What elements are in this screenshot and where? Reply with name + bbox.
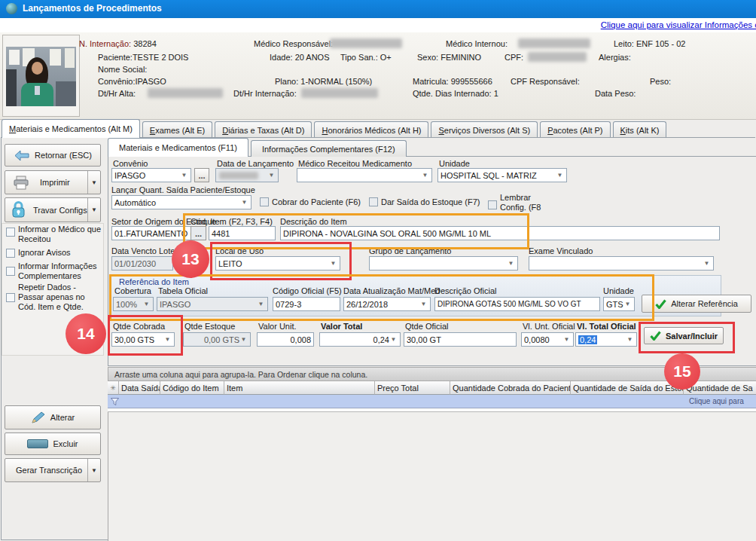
excluir-button[interactable]: Excluir <box>5 432 101 455</box>
app-icon <box>6 3 17 14</box>
local-uso-select[interactable]: LEITO▼ <box>215 256 340 270</box>
grupo-lancamento-select[interactable]: ▼ <box>369 256 518 270</box>
column-header-item[interactable]: Item <box>224 381 375 395</box>
unidade-oficial-label: Unidade <box>603 286 634 295</box>
printer-icon <box>13 176 29 190</box>
codigo-oficial-label: Código Oficial (F5) <box>273 286 342 295</box>
tab-informacoes-f12[interactable]: Informações Complementares (F12) <box>251 140 407 157</box>
tab-materiais-f11[interactable]: Materiais e Medicamentos (F11) <box>108 138 248 157</box>
column-header-codigo-item[interactable]: Código do Item <box>160 381 224 395</box>
column-header-data-saida[interactable]: Data Saída <box>119 381 160 395</box>
visualizar-informacoes-link[interactable]: Clique aqui para visualizar Informações … <box>601 20 756 29</box>
photo-shape <box>65 48 75 68</box>
descricao-oficial-input[interactable]: DIPIRONA GOTAS 500 MG/ML SO VO GT <box>434 297 600 311</box>
convenio-browse-button[interactable]: ... <box>194 168 209 182</box>
column-header-quantidade-cobrada[interactable]: Quantidade Cobrada do Paciente <box>450 381 571 395</box>
dthr-alta-label: Dt/Hr Alta: <box>98 89 136 98</box>
chevron-down-icon: ▼ <box>389 337 398 343</box>
cpf-label: CPF: <box>505 53 523 62</box>
checkbox-informar-medico[interactable] <box>6 228 15 237</box>
valor-unit-input[interactable]: 0,008 <box>257 332 314 347</box>
column-header-quantidade-saida[interactable]: Quantidade de Saída do Estoque <box>571 381 684 395</box>
tab-honorarios-medicos[interactable]: Honorários Médicos (Alt H) <box>314 121 428 138</box>
travar-configs-button[interactable]: Travar Configs ▼ <box>5 197 101 222</box>
valor-total-select[interactable]: 0,24▼ <box>319 332 401 347</box>
lock-icon <box>11 201 26 219</box>
imprimir-button[interactable]: Imprimir ▼ <box>5 170 101 194</box>
green-check-icon <box>650 331 661 341</box>
dthr-internacao-label: Dt/Hr Internação: <box>233 89 297 98</box>
data-atualizacao-select[interactable]: 26/12/2018▼ <box>343 297 431 311</box>
vl-total-oficial-select[interactable]: 0,24▼ <box>575 332 637 347</box>
back-arrow-icon <box>14 150 30 161</box>
lancar-quant-select[interactable]: Automático▼ <box>111 195 251 209</box>
checkbox-repetir-dados[interactable] <box>6 293 15 302</box>
qtde-oficial-input[interactable]: 30,00 GT <box>404 332 517 347</box>
chevron-down-icon: ▼ <box>703 261 711 267</box>
imprimir-dropdown-arrow[interactable]: ▼ <box>87 171 100 194</box>
main-tab-strip: Materiais e Medicamentos (Alt M) Exames … <box>2 120 669 138</box>
checkbox-ignorar-avisos[interactable] <box>6 249 15 258</box>
tab-servicos-diversos[interactable]: Serviços Diversos (Alt S) <box>431 121 538 138</box>
unidade-label: Unidade <box>439 159 470 168</box>
qtde-cobrada-select[interactable]: 30,00 GTS▼ <box>111 332 175 347</box>
dar-saida-label: Dar Saída do Estoque (F7) <box>381 197 480 206</box>
callout-14-badge: 14 <box>66 313 106 354</box>
cobrar-paciente-label: Cobrar do Paciente (F6) <box>272 197 361 206</box>
salvar-incluir-button[interactable]: Salvar/Incluir <box>644 327 724 344</box>
data-lancamento-select[interactable]: ▼ <box>215 168 279 182</box>
grid-filter-hint[interactable]: Clique aqui para <box>689 397 744 405</box>
photo-shape <box>35 86 40 95</box>
sexo: Sexo: FEMININO <box>417 53 481 62</box>
descricao-oficial-label: Descrição Oficial <box>434 286 497 295</box>
checkbox-cobrar-paciente[interactable] <box>260 197 269 206</box>
grid-indicator-header: ✳ <box>108 381 119 395</box>
grid-body-empty[interactable] <box>108 412 756 541</box>
grid-group-by-bar[interactable]: Arraste uma coluna aqui para agrupa-la. … <box>108 367 756 381</box>
tab-pacotes[interactable]: Pacotes (Alt P) <box>540 121 610 138</box>
gerar-transcricao-button[interactable]: Gerar Transcrição ▼ <box>5 458 101 482</box>
cobertura-select[interactable]: 100%▼ <box>113 297 154 311</box>
tab-materiais-medicamentos[interactable]: Materiais e Medicamentos (Alt M) <box>2 119 140 138</box>
pencil-icon <box>31 411 46 424</box>
travar-dropdown-arrow[interactable]: ▼ <box>87 198 100 222</box>
convenio-select[interactable]: IPASGO▼ <box>111 168 191 182</box>
redacted-medico-internou <box>518 38 590 48</box>
data-peso-label: Data Peso: <box>595 89 636 98</box>
exame-vinculado-select[interactable]: ▼ <box>529 256 714 270</box>
alterar-referencia-button[interactable]: Alterar Referência <box>642 295 751 313</box>
checkbox-informar-informacoes[interactable] <box>6 267 15 276</box>
redacted-dthr-alta <box>148 88 223 98</box>
medico-receitou-select[interactable]: ▼ <box>297 168 432 182</box>
chevron-down-icon: ▼ <box>507 261 515 267</box>
checkbox-lembrar-config[interactable] <box>488 200 497 209</box>
vl-unt-oficial-select[interactable]: 0,0080▼ <box>521 332 574 347</box>
cod-item-label: Cód. Item (F2, F3, F4) <box>191 217 273 226</box>
peso-label: Peso: <box>650 77 671 86</box>
tab-kits[interactable]: Kits (Alt K) <box>613 121 667 138</box>
gerar-transcricao-dropdown-arrow[interactable]: ▼ <box>87 459 100 481</box>
column-header-preco-total[interactable]: Preço Total <box>375 381 450 395</box>
lancamentos-window: Lançamentos de Procedimentos Clique aqui… <box>0 0 756 541</box>
retornar-button[interactable]: Retornar (ESC) <box>5 144 101 167</box>
tabela-oficial-select[interactable]: IPASGO▼ <box>157 297 268 311</box>
checkbox-dar-saida[interactable] <box>369 197 378 206</box>
vl-total-oficial-label: Vl. Total Oficial <box>577 322 636 331</box>
chevron-down-icon: ▼ <box>626 337 634 343</box>
cod-item-input[interactable]: 4481 <box>209 226 276 240</box>
filter-funnel-icon[interactable] <box>111 398 119 405</box>
tab-exames[interactable]: Exames (Alt E) <box>142 121 212 138</box>
cod-item-browse-button[interactable]: ... <box>191 226 206 240</box>
alterar-button[interactable]: Alterar <box>5 405 101 429</box>
codigo-oficial-input[interactable]: 0729-3 <box>273 297 340 311</box>
qtde-estoque-select[interactable]: 0,00 GTS▼ <box>183 332 251 347</box>
checkbox-informar-informacoes-label: Informar Informações Complementares <box>18 261 102 281</box>
unidade-select[interactable]: HOSPITAL SQL - MATRIZ▼ <box>437 168 567 182</box>
selected-text: 0,24 <box>578 335 597 344</box>
data-vencto-input[interactable]: 01/01/2030 <box>111 256 173 270</box>
unidade-oficial-select[interactable]: GTS▼ <box>603 297 635 311</box>
medico-receitou-label: Médico Receitou Medicamento <box>298 159 412 168</box>
tab-diarias-taxas[interactable]: Diárias e Taxas (Alt D) <box>215 121 312 138</box>
grid-filter-row[interactable]: Clique aqui para <box>108 395 756 408</box>
descricao-item-input[interactable]: DIPIRONA - NOVALGINA SOL ORAL 500 MG/ML … <box>280 226 720 240</box>
